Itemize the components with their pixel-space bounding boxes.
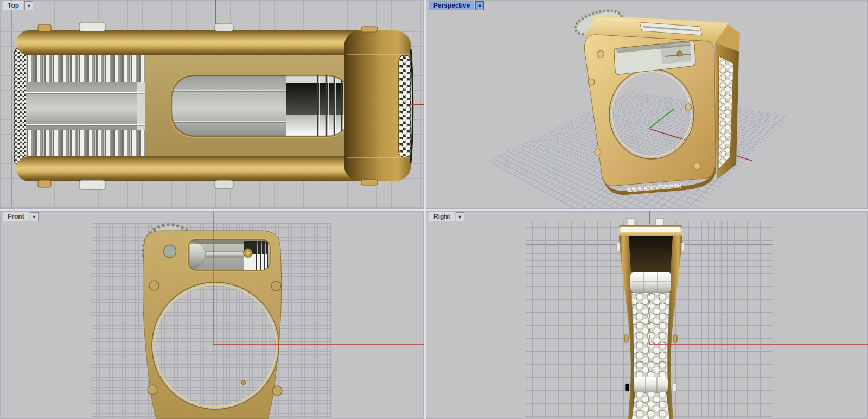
viewport-menu-dropdown-icon[interactable]: ▼ bbox=[30, 212, 39, 221]
viewport-menu-dropdown-icon[interactable]: ▼ bbox=[475, 1, 484, 10]
piston-cutout bbox=[170, 74, 352, 138]
piston-window bbox=[187, 238, 271, 271]
front-view-model bbox=[0, 211, 424, 419]
viewport-title-top[interactable]: Top ▼ bbox=[3, 1, 33, 10]
finger-hole-rim bbox=[152, 282, 279, 409]
horizontal-splitter[interactable] bbox=[0, 209, 868, 211]
viewport-perspective[interactable]: Perspective ▼ bbox=[426, 0, 868, 209]
viewport-right[interactable]: Right ▼ bbox=[426, 211, 868, 419]
viewport-title-front[interactable]: Front ▼ bbox=[3, 212, 39, 221]
right-view-model bbox=[426, 211, 868, 419]
viewport-top[interactable]: Top ▼ bbox=[0, 0, 424, 209]
bridge-bars-bottom bbox=[634, 377, 668, 392]
screw-hole bbox=[164, 245, 176, 258]
cad-four-view-workspace: Top ▼ bbox=[0, 0, 868, 419]
top-view-model bbox=[0, 0, 424, 209]
viewport-title-perspective[interactable]: Perspective ▼ bbox=[429, 1, 484, 10]
connecting-rod bbox=[206, 252, 245, 257]
piston-pin bbox=[677, 51, 682, 56]
bridge-bars-top bbox=[630, 272, 671, 293]
frame-bar-front bbox=[16, 156, 369, 181]
viewport-label[interactable]: Right bbox=[429, 212, 455, 221]
interior-shadow bbox=[629, 236, 673, 277]
frame-bar-back bbox=[16, 30, 369, 55]
viewport-menu-dropdown-icon[interactable]: ▼ bbox=[24, 1, 33, 10]
pave-strip bbox=[631, 293, 670, 378]
viewport-label[interactable]: Top bbox=[3, 1, 23, 10]
viewport-front[interactable]: Front ▼ bbox=[0, 211, 424, 419]
viewport-label[interactable]: Front bbox=[3, 212, 29, 221]
perspective-view-model bbox=[426, 0, 868, 209]
y-axis-green bbox=[649, 109, 674, 129]
pave-sliver bbox=[399, 55, 411, 157]
viewport-title-right[interactable]: Right ▼ bbox=[429, 212, 464, 221]
viewport-menu-dropdown-icon[interactable]: ▼ bbox=[456, 212, 464, 221]
band-top-block bbox=[344, 30, 413, 181]
band-edge-body bbox=[617, 219, 685, 419]
viewport-label[interactable]: Perspective bbox=[429, 1, 474, 10]
